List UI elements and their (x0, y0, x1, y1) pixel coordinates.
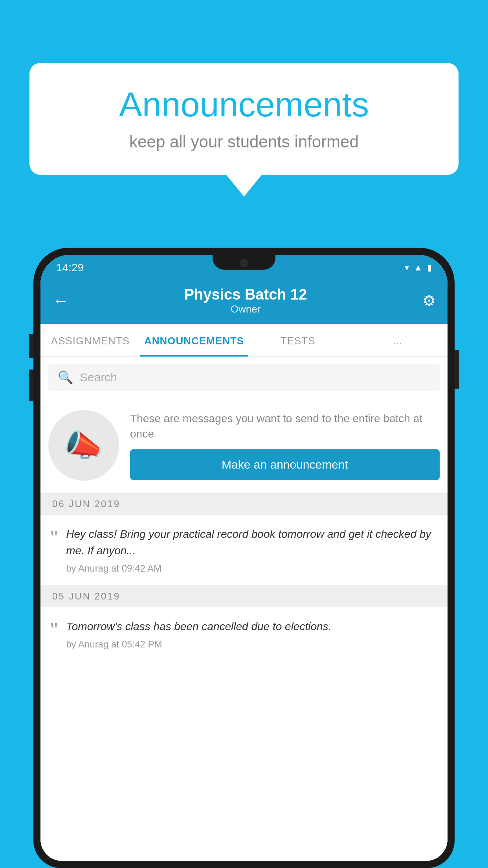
announcement-text-2: Tomorrow's class has been cancelled due … (66, 618, 438, 635)
settings-icon[interactable]: ⚙ (422, 292, 436, 309)
status-icons: ▾ ▲ ▮ (405, 263, 432, 273)
content-area: 🔍 Search 📣 These are messages you want t… (40, 357, 448, 861)
tab-assignments[interactable]: ASSIGNMENTS (40, 324, 140, 356)
camera (240, 259, 248, 267)
battery-icon: ▮ (427, 263, 432, 273)
empty-state-content: These are messages you want to send to t… (130, 411, 440, 480)
status-time: 14:29 (56, 261, 84, 274)
tab-announcements[interactable]: ANNOUNCEMENTS (140, 324, 248, 356)
announcement-content-1: Hey class! Bring your practical record b… (66, 526, 438, 574)
search-bar[interactable]: 🔍 Search (48, 364, 440, 391)
signal-icon: ▲ (414, 263, 422, 273)
phone-outer-frame: 14:29 ▾ ▲ ▮ ← Physics Batch 12 Owner ⚙ (33, 248, 455, 868)
phone-screen: 14:29 ▾ ▲ ▮ ← Physics Batch 12 Owner ⚙ (40, 255, 448, 861)
date-separator-1: 06 JUN 2019 (40, 493, 448, 515)
announcement-meta-1: by Anurag at 09:42 AM (66, 563, 438, 574)
announcement-content-2: Tomorrow's class has been cancelled due … (66, 618, 438, 650)
speech-bubble-card: Announcements keep all your students inf… (29, 63, 459, 175)
announcement-item-1[interactable]: " Hey class! Bring your practical record… (40, 515, 448, 585)
app-bar-subtitle: Owner (184, 303, 307, 315)
empty-state-description: These are messages you want to send to t… (130, 411, 440, 441)
bubble-title: Announcements (53, 85, 435, 125)
app-bar-title: Physics Batch 12 (184, 286, 307, 303)
speech-bubble-section: Announcements keep all your students inf… (29, 63, 459, 197)
announcement-icon-circle: 📣 (48, 410, 119, 481)
phone-notch (213, 255, 275, 270)
announcement-item-2[interactable]: " Tomorrow's class has been cancelled du… (40, 607, 448, 661)
tab-more[interactable]: ... (348, 324, 448, 356)
volume-down-button (29, 370, 33, 401)
app-bar: ← Physics Batch 12 Owner ⚙ (40, 279, 448, 324)
date-separator-2: 05 JUN 2019 (40, 585, 448, 607)
search-placeholder: Search (80, 371, 117, 384)
phone-mockup: 14:29 ▾ ▲ ▮ ← Physics Batch 12 Owner ⚙ (33, 248, 455, 868)
bubble-subtitle: keep all your students informed (53, 132, 435, 151)
tabs-bar: ASSIGNMENTS ANNOUNCEMENTS TESTS ... (40, 324, 448, 357)
megaphone-icon: 📣 (64, 427, 103, 464)
quote-icon-2: " (50, 620, 58, 640)
make-announcement-button[interactable]: Make an announcement (130, 449, 440, 480)
search-icon: 🔍 (58, 370, 73, 385)
empty-state-section: 📣 These are messages you want to send to… (40, 398, 448, 493)
wifi-icon: ▾ (405, 263, 409, 273)
tab-tests[interactable]: TESTS (248, 324, 348, 356)
power-button (455, 350, 459, 389)
quote-icon-1: " (50, 528, 58, 548)
volume-up-button (29, 334, 33, 358)
announcement-meta-2: by Anurag at 05:42 PM (66, 639, 438, 650)
bubble-pointer (226, 175, 262, 197)
back-button[interactable]: ← (52, 291, 69, 310)
app-bar-center: Physics Batch 12 Owner (184, 286, 307, 315)
announcement-text-1: Hey class! Bring your practical record b… (66, 526, 438, 559)
